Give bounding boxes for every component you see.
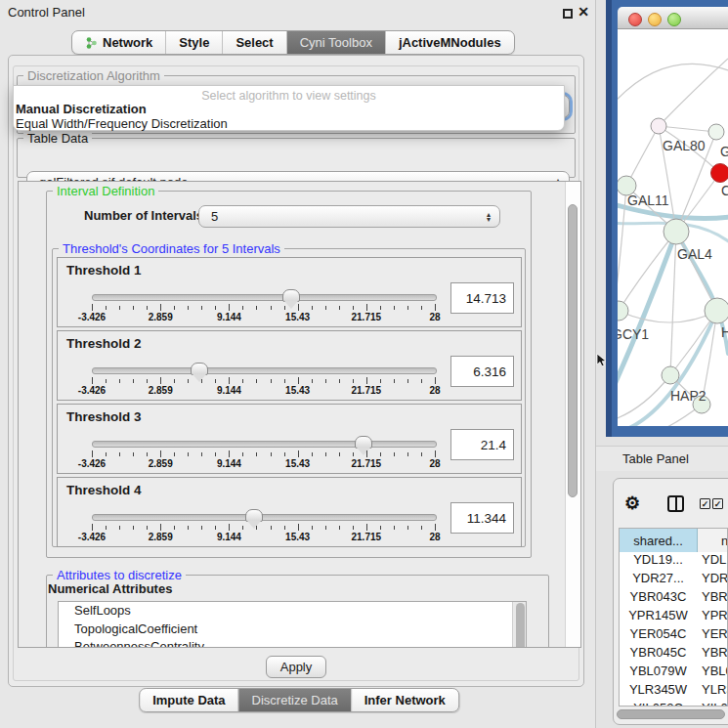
table-row[interactable]: YBL079WYBL0 (620, 664, 727, 682)
node[interactable] (708, 124, 724, 140)
number-of-intervals-combo[interactable]: 5 ▴▾ (198, 205, 500, 228)
horizontal-scrollbar-thumb[interactable] (617, 709, 725, 719)
float-window-icon[interactable] (563, 9, 573, 19)
popup-item-manual-discretization[interactable]: Manual Discretization (16, 102, 147, 116)
threshold-3-row: Threshold 3 -3.4262.8599.14415.4321.7152… (57, 404, 522, 474)
threshold-label: Threshold 2 (66, 336, 142, 351)
slider-thumb[interactable] (191, 363, 208, 375)
node[interactable] (705, 298, 728, 323)
table-data-group-title: Table Data (23, 131, 92, 146)
tab-label: Network (103, 35, 152, 50)
node-gcy1[interactable] (618, 301, 628, 321)
threshold-label: Threshold 1 (66, 263, 142, 278)
network-window-frame (606, 0, 612, 437)
attributes-group-title: Attributes to discretize (53, 568, 186, 582)
threshold-4-row: Threshold 4 -3.4262.8599.14415.4321.7152… (57, 477, 522, 547)
thresholds-group-title: Threshold's Coordinates for 5 Intervals (59, 241, 284, 256)
minimize-traffic-light-icon[interactable] (648, 13, 662, 26)
threshold-slider[interactable] (92, 441, 437, 448)
node-label: GAL11 (627, 193, 669, 208)
node-label: HAP2 (670, 388, 707, 404)
column-header-shared-name[interactable]: shared... (620, 529, 698, 553)
edge (670, 232, 676, 375)
settings-scrollpane: Interval Definition Number of Intervals … (18, 181, 581, 648)
node-red[interactable] (711, 164, 728, 183)
tab-jactivemnodules[interactable]: jActiveMNodules (385, 31, 514, 54)
threshold-slider[interactable] (92, 294, 437, 301)
algorithm-dropdown-popup: Select algorithm to view settings Manual… (13, 85, 565, 131)
mouse-cursor (596, 353, 608, 367)
tab-label: jActiveMNodules (399, 35, 501, 50)
apply-button[interactable]: Apply (266, 656, 326, 678)
select-all-columns-icon[interactable]: ✓ (712, 498, 723, 509)
table-row[interactable]: YIL052CYIL0 (620, 701, 727, 707)
node-gal4[interactable] (664, 219, 689, 244)
edge (659, 59, 728, 126)
number-of-intervals-label: Number of Intervals (84, 208, 203, 223)
popup-hint: Select algorithm to view settings (14, 89, 564, 103)
zoom-traffic-light-icon[interactable] (667, 13, 681, 26)
column-header-name[interactable]: na (698, 529, 728, 553)
threshold-value-field[interactable]: 11.344 (450, 502, 514, 534)
threshold-value-field[interactable]: 6.316 (450, 356, 514, 387)
select-columns-icon[interactable]: ✓ (700, 498, 710, 509)
list-item[interactable]: TopologicalCoefficient (59, 621, 526, 639)
tab-infer-network[interactable]: Infer Network (351, 689, 458, 711)
table-row[interactable]: YDL19...YDL1 (620, 552, 727, 571)
threshold-label: Threshold 3 (66, 409, 142, 424)
slider-tick-labels: -3.4262.8599.14415.4321.71528 (92, 532, 435, 542)
threshold-slider[interactable] (92, 367, 437, 374)
list-item[interactable]: BetweennessCentrality (59, 638, 526, 648)
numerical-attributes-label: Numerical Attributes (48, 581, 172, 596)
node-hap2[interactable] (662, 366, 679, 384)
table-row[interactable]: YDR27...YDR2 (620, 571, 727, 589)
tab-network[interactable]: Network (72, 31, 165, 54)
window-title: Control Panel (8, 5, 85, 20)
close-icon[interactable]: ✕ (578, 4, 589, 20)
edge (676, 232, 717, 311)
vertical-scrollbar-thumb[interactable] (568, 204, 578, 497)
tab-cyni-toolbox[interactable]: Cyni Toolbox (286, 31, 385, 54)
list-item[interactable]: SelfLoops (59, 602, 526, 621)
slider-thumb[interactable] (282, 289, 300, 302)
tab-discretize-data[interactable]: Discretize Data (238, 689, 351, 711)
node-attribute-table: shared... na YDL19...YDL1 YDR27...YDR2 Y… (619, 528, 728, 707)
popup-item-equal-width[interactable]: Equal Width/Frequency Discretization (16, 116, 228, 131)
number-of-intervals-value: 5 (211, 209, 218, 224)
table-row[interactable]: YER054CYER0 (620, 626, 727, 645)
table-row[interactable]: YPR145WYPR1 (620, 608, 727, 626)
table-row[interactable]: YBR045CYBR0 (620, 645, 727, 664)
table-row[interactable]: YBR043CYBR0 (620, 589, 727, 608)
list-scrollbar[interactable] (512, 602, 526, 648)
threshold-label: Threshold 4 (66, 483, 142, 497)
tab-style[interactable]: Style (165, 31, 222, 54)
threshold-slider[interactable] (92, 514, 437, 521)
tab-label: Infer Network (364, 693, 446, 707)
table-panel-header: Table Panel (596, 446, 728, 471)
threshold-2-row: Threshold 2 -3.4262.8599.14415.4321.7152… (57, 330, 522, 401)
slider-ticks (92, 524, 435, 532)
close-traffic-light-icon[interactable] (628, 13, 642, 26)
threshold-value-field[interactable]: 14.713 (450, 282, 514, 314)
column-header-label: shared... (633, 534, 683, 548)
split-columns-icon[interactable] (667, 495, 684, 512)
slider-tick-labels: -3.4262.8599.14415.4321.71528 (92, 385, 435, 396)
tab-select[interactable]: Select (222, 31, 285, 54)
node-label: GCY1 (618, 326, 649, 342)
slider-tick-labels: -3.4262.8599.14415.4321.71528 (92, 458, 435, 469)
node-label: GA (720, 144, 728, 159)
edge (618, 64, 728, 107)
network-window-titlebar[interactable] (618, 7, 728, 29)
tab-impute-data[interactable]: Impute Data (140, 689, 237, 711)
node-gal80[interactable] (651, 118, 666, 134)
threshold-value-field[interactable]: 21.4 (450, 429, 514, 460)
network-canvas[interactable]: GAL80 GA C GAL11 GAL4 GCY1 H HAP2 (618, 29, 728, 426)
slider-thumb[interactable] (355, 436, 372, 449)
table-panel-title: Table Panel (622, 451, 689, 466)
slider-thumb[interactable] (245, 509, 263, 522)
tab-label: Select (236, 35, 273, 50)
node-label: GAL4 (677, 246, 712, 262)
table-row[interactable]: YLR345WYLR3 (620, 682, 727, 701)
gear-icon[interactable]: ⚙ (624, 492, 640, 514)
top-tab-bar: Network Style Select Cyni Toolbox jActiv… (71, 30, 515, 55)
